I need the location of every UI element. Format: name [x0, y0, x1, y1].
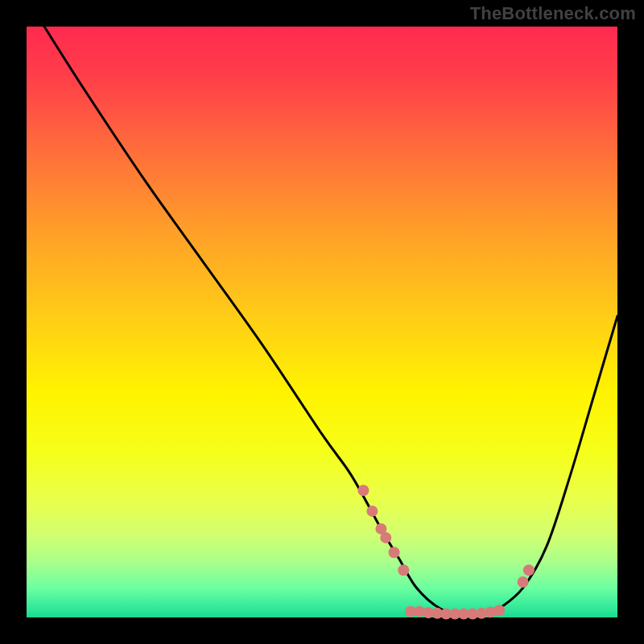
data-marker: [389, 547, 400, 558]
watermark-text: TheBottleneck.com: [470, 3, 636, 24]
data-marker: [366, 506, 378, 517]
data-marker: [357, 485, 369, 496]
plot-area: [27, 27, 617, 617]
chart-canvas: [0, 0, 644, 644]
data-marker: [493, 605, 505, 616]
data-marker: [398, 564, 409, 576]
data-marker: [523, 564, 535, 576]
data-marker: [518, 576, 529, 588]
data-marker: [380, 532, 391, 543]
bottleneck-chart: TheBottleneck.com: [0, 0, 644, 644]
